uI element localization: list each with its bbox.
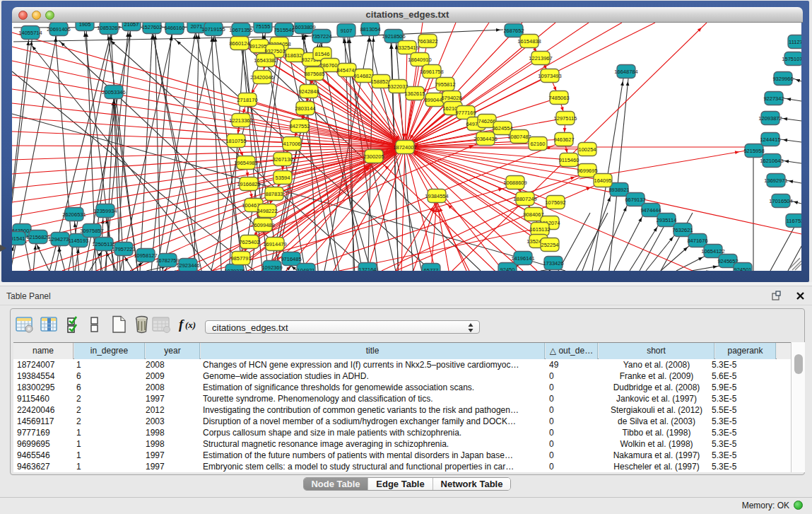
svg-text:2071: 2071 (191, 23, 203, 30)
svg-text:12975115: 12975115 (554, 115, 577, 122)
svg-text:62160: 62160 (531, 141, 546, 147)
svg-text:9699695: 9699695 (577, 168, 597, 174)
svg-text:3624554: 3624554 (492, 125, 512, 132)
svg-text:104921: 104921 (297, 267, 314, 271)
svg-text:16914479: 16914479 (263, 241, 286, 247)
svg-text:7357224: 7357224 (311, 33, 331, 40)
svg-text:19654983: 19654983 (234, 160, 257, 166)
svg-text:7515546: 7515546 (273, 27, 294, 33)
svg-text:13325419: 13325419 (395, 45, 418, 51)
svg-text:7632621: 7632621 (672, 227, 693, 233)
svg-text:12156829: 12156829 (26, 234, 49, 240)
svg-text:1615132: 1615132 (529, 226, 550, 233)
svg-text:7625402: 7625402 (239, 239, 259, 245)
svg-text:2687652: 2687652 (503, 28, 524, 34)
svg-text:116753: 116753 (787, 218, 801, 224)
svg-text:10807487: 10807487 (507, 134, 531, 140)
svg-text:746266: 746266 (478, 118, 495, 124)
svg-text:1733426: 1733426 (543, 260, 563, 267)
svg-text:6679137: 6679137 (625, 197, 645, 203)
svg-text:10853267: 10853267 (97, 25, 120, 31)
svg-text:9227342: 9227342 (763, 95, 784, 102)
svg-text:9857791: 9857791 (230, 255, 251, 262)
svg-text:10958127: 10958127 (134, 252, 157, 259)
svg-text:17016504: 17016504 (769, 198, 792, 204)
svg-text:f: f (179, 317, 184, 332)
svg-text:14196141: 14196141 (511, 255, 534, 262)
svg-text:6794028: 6794028 (441, 95, 461, 101)
svg-text:1075692: 1075692 (545, 199, 565, 206)
svg-text:7485063: 7485063 (548, 95, 569, 101)
svg-text:1244415: 1244415 (760, 136, 780, 143)
svg-text:2300205: 2300205 (363, 153, 384, 160)
svg-text:252254: 252254 (541, 242, 558, 248)
svg-text:1527602: 1527602 (141, 24, 162, 30)
svg-text:16543382: 16543382 (254, 57, 277, 64)
svg-text:9474444: 9474444 (640, 207, 661, 214)
svg-text:9777169: 9777169 (455, 110, 476, 116)
svg-text:924501: 924501 (734, 267, 751, 271)
svg-text:75155: 75155 (256, 23, 271, 30)
svg-text:1145193: 1145193 (69, 238, 89, 244)
svg-text:26206531: 26206531 (62, 211, 86, 218)
svg-text:20691406: 20691406 (47, 26, 70, 33)
svg-text:15751074: 15751074 (782, 56, 801, 62)
svg-text:8938921: 8938921 (608, 187, 629, 193)
svg-text:111278: 111278 (789, 39, 801, 45)
svg-text:1362615: 1362615 (404, 90, 425, 97)
svg-text:53594: 53594 (276, 175, 290, 181)
svg-text:164095: 164095 (594, 177, 611, 184)
svg-text:18807249: 18807249 (513, 196, 536, 202)
svg-text:20364436: 20364436 (473, 136, 497, 142)
svg-text:9242848: 9242848 (298, 88, 319, 95)
svg-text:8875685: 8875685 (304, 71, 324, 77)
svg-text:7663822: 7663822 (417, 38, 437, 45)
svg-text:8427552: 8427552 (289, 123, 310, 129)
svg-text:10654122: 10654122 (701, 248, 724, 255)
svg-text:12213363: 12213363 (229, 117, 252, 124)
svg-text:9115460: 9115460 (559, 157, 579, 163)
svg-text:30975857: 30975857 (80, 228, 103, 234)
svg-text:21057: 21057 (124, 23, 139, 28)
svg-text:137164: 137164 (358, 267, 376, 271)
svg-text:20053346: 20053346 (102, 89, 125, 95)
svg-text:9084067: 9084067 (523, 211, 543, 218)
svg-text:12093872: 12093872 (758, 115, 782, 122)
svg-text:100254: 100254 (578, 146, 596, 153)
svg-text:6466160: 6466160 (164, 25, 184, 31)
svg-text:19166825: 19166825 (237, 181, 260, 187)
svg-text:26099489: 26099489 (251, 222, 274, 228)
svg-text:1092369: 1092369 (261, 264, 282, 271)
svg-text:12923446: 12923446 (176, 262, 199, 269)
svg-text:2935114: 2935114 (657, 217, 677, 223)
svg-text:17957223: 17957223 (112, 246, 135, 252)
svg-text:2718170: 2718170 (237, 97, 257, 103)
svg-text:8471676: 8471676 (687, 238, 707, 244)
svg-text:16033809: 16033809 (292, 24, 315, 30)
svg-text:8660124: 8660124 (229, 40, 249, 47)
svg-text:1905: 1905 (79, 23, 91, 28)
svg-text:3498222: 3498222 (257, 208, 277, 214)
svg-text:23420046: 23420046 (250, 74, 273, 81)
svg-text:16154838: 16154838 (517, 38, 541, 45)
svg-text:9716485: 9716485 (281, 256, 301, 262)
svg-text:3267130: 3267130 (272, 156, 293, 163)
svg-text:10688609: 10688609 (503, 180, 526, 186)
svg-text:7955812: 7955812 (435, 81, 455, 88)
svg-text:9329966: 9329966 (772, 76, 793, 82)
svg-text:10973493: 10973493 (538, 73, 561, 79)
svg-text:2803144: 2803144 (295, 105, 315, 112)
svg-text:12359934: 12359934 (93, 208, 117, 214)
svg-text:12213967: 12213967 (529, 55, 552, 62)
svg-text:14055714: 14055714 (18, 30, 42, 36)
svg-text:19384554: 19384554 (425, 193, 448, 199)
svg-text:65777: 65777 (424, 267, 439, 271)
svg-text:1079275: 1079275 (224, 268, 245, 271)
svg-text:19218506: 19218506 (382, 33, 405, 40)
svg-text:18724007: 18724007 (393, 144, 416, 151)
svg-text:(x): (x) (185, 320, 196, 330)
svg-text:391541: 391541 (12, 235, 25, 242)
svg-text:16648784: 16648784 (614, 69, 637, 75)
svg-text:10719155: 10719155 (201, 26, 225, 33)
svg-text:5322037: 5322037 (387, 83, 408, 90)
